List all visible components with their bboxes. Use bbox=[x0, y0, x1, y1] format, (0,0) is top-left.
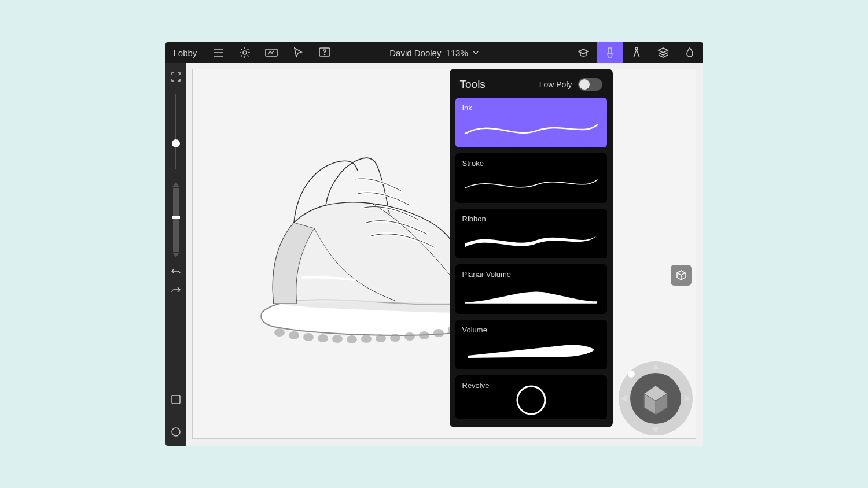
fullscreen-icon bbox=[171, 72, 181, 82]
svg-point-20 bbox=[517, 386, 545, 414]
help-icon bbox=[319, 47, 330, 58]
ink-preview bbox=[462, 116, 600, 139]
lowpoly-toggle[interactable] bbox=[578, 78, 602, 91]
chevron-down-icon bbox=[473, 51, 479, 54]
cursor-button[interactable] bbox=[285, 42, 311, 63]
svg-point-11 bbox=[332, 335, 343, 343]
lobby-button[interactable]: Lobby bbox=[165, 48, 205, 58]
svg-point-6 bbox=[172, 428, 180, 436]
svg-point-3 bbox=[325, 54, 325, 55]
svg-point-4 bbox=[635, 47, 638, 50]
svg-point-30 bbox=[628, 371, 635, 378]
svg-point-8 bbox=[289, 331, 299, 339]
toggle-thumb bbox=[579, 79, 590, 90]
tool-label: Planar Volume bbox=[462, 270, 600, 279]
tool-label: Ink bbox=[462, 103, 600, 112]
droplet-icon bbox=[686, 47, 694, 58]
shape-square-button[interactable] bbox=[165, 390, 186, 409]
document-title-area[interactable]: David Dooley 113% bbox=[389, 48, 479, 58]
svg-point-0 bbox=[243, 51, 247, 54]
view-cube-button[interactable] bbox=[671, 265, 692, 286]
frame-icon bbox=[265, 49, 278, 57]
document-title: David Dooley bbox=[389, 48, 441, 58]
layers-icon bbox=[657, 47, 669, 58]
settings-button[interactable] bbox=[231, 42, 258, 63]
color-button[interactable] bbox=[676, 42, 703, 63]
help-button[interactable] bbox=[311, 42, 338, 63]
shape-circle-button[interactable] bbox=[165, 423, 186, 441]
brush-size-down[interactable] bbox=[172, 253, 179, 257]
tools-header: Tools Low Poly bbox=[455, 75, 607, 98]
stroke-preview bbox=[462, 172, 600, 195]
tool-planar-volume[interactable]: Planar Volume bbox=[455, 264, 607, 314]
svg-point-15 bbox=[390, 334, 400, 342]
brush-icon bbox=[605, 47, 615, 58]
compass-icon bbox=[632, 47, 641, 58]
layers-button[interactable] bbox=[650, 42, 676, 63]
tool-label: Stroke bbox=[462, 159, 600, 168]
brush-size-up[interactable] bbox=[172, 182, 179, 187]
tools-title: Tools bbox=[460, 78, 486, 91]
opacity-slider[interactable] bbox=[175, 94, 176, 169]
svg-rect-5 bbox=[172, 395, 180, 404]
lowpoly-label: Low Poly bbox=[539, 80, 572, 89]
svg-point-17 bbox=[419, 331, 429, 339]
svg-point-13 bbox=[361, 335, 372, 343]
top-bar: Lobby David Dooley 113% bbox=[165, 42, 703, 63]
cube-icon bbox=[675, 269, 687, 281]
gear-icon bbox=[239, 47, 251, 58]
slider-thumb[interactable] bbox=[172, 139, 180, 147]
tools-panel: Tools Low Poly Ink Stroke Ribbon bbox=[450, 69, 613, 427]
menu-button[interactable] bbox=[205, 42, 231, 63]
svg-point-9 bbox=[303, 333, 314, 341]
undo-button[interactable] bbox=[165, 262, 186, 280]
brush-size-gauge[interactable] bbox=[172, 182, 179, 257]
brush-size-bar[interactable] bbox=[173, 188, 179, 252]
svg-point-18 bbox=[433, 329, 444, 337]
revolve-preview bbox=[462, 385, 600, 416]
svg-point-12 bbox=[347, 335, 357, 343]
tool-ink[interactable]: Ink bbox=[455, 98, 607, 147]
tool-revolve[interactable]: Revolve bbox=[455, 375, 607, 419]
left-rail bbox=[165, 63, 186, 446]
circle-icon bbox=[171, 427, 181, 437]
svg-point-16 bbox=[404, 332, 415, 341]
brush-size-indicator[interactable] bbox=[172, 216, 180, 219]
square-icon bbox=[171, 395, 181, 404]
svg-point-10 bbox=[318, 334, 328, 342]
precision-button[interactable] bbox=[623, 42, 650, 63]
redo-button[interactable] bbox=[165, 280, 186, 299]
tool-label: Volume bbox=[462, 326, 600, 334]
brush-tool-button[interactable] bbox=[597, 42, 623, 63]
tool-ribbon[interactable]: Ribbon bbox=[455, 209, 607, 258]
tool-stroke[interactable]: Stroke bbox=[455, 153, 607, 203]
undo-icon bbox=[171, 268, 181, 275]
hamburger-icon bbox=[213, 49, 223, 57]
zoom-level: 113% bbox=[446, 48, 468, 58]
volume-preview bbox=[462, 338, 600, 361]
svg-point-7 bbox=[274, 328, 285, 337]
ribbon-preview bbox=[462, 227, 600, 250]
tool-label: Ribbon bbox=[462, 215, 600, 223]
frame-button[interactable] bbox=[258, 42, 285, 63]
planar-preview bbox=[462, 283, 600, 306]
education-button[interactable] bbox=[570, 42, 597, 63]
fullscreen-button[interactable] bbox=[165, 68, 186, 86]
navigation-cube[interactable] bbox=[617, 360, 694, 437]
tool-volume[interactable]: Volume bbox=[455, 320, 607, 369]
svg-point-14 bbox=[376, 334, 386, 342]
app-window: Lobby David Dooley 113% bbox=[165, 42, 703, 446]
redo-icon bbox=[171, 286, 181, 293]
education-icon bbox=[578, 48, 589, 57]
cursor-icon bbox=[293, 47, 303, 58]
